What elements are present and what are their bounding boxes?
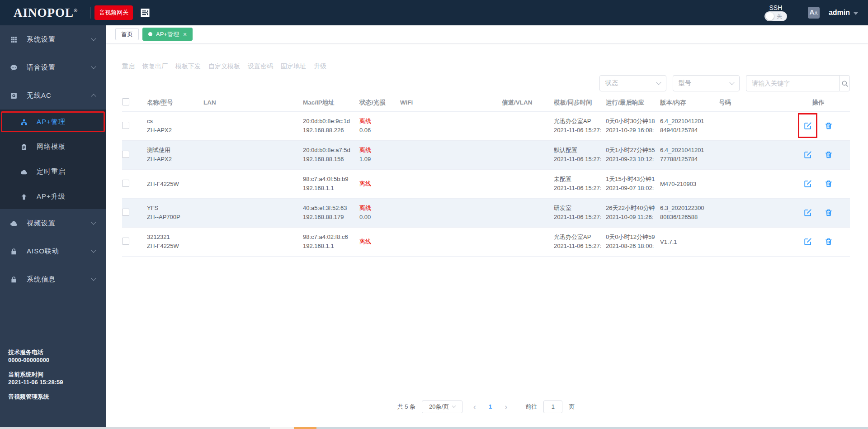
- edit-button[interactable]: [804, 180, 812, 188]
- chevron-down-icon: [91, 276, 96, 281]
- delete-button[interactable]: [825, 209, 833, 217]
- chevron-down-icon: [91, 36, 96, 41]
- service-phone-label: 技术服务电话: [8, 348, 63, 356]
- sidebar-item-voice-settings[interactable]: 语音设置: [0, 53, 106, 81]
- column-header: 状态/光损: [359, 94, 400, 111]
- user-menu[interactable]: admin: [829, 9, 858, 17]
- set-password-button[interactable]: 设置密码: [248, 62, 273, 71]
- active-dot-icon: [148, 32, 152, 36]
- trash-icon: [825, 122, 833, 130]
- tab-home[interactable]: 首页: [115, 28, 139, 40]
- delete-button[interactable]: [825, 122, 833, 130]
- trash-icon: [825, 209, 833, 217]
- delete-button[interactable]: [825, 151, 833, 159]
- scrollbar-segment: [270, 427, 294, 429]
- reboot-button[interactable]: 重启: [122, 62, 135, 71]
- pagination: 共 5 条 20条/页 ‹ 1 › 前往 页: [122, 400, 850, 413]
- chevron-down-icon: [656, 80, 661, 85]
- custom-template-button[interactable]: 自定义模板: [208, 62, 240, 71]
- chevron-down-icon: [729, 80, 734, 85]
- trash-icon: [825, 180, 833, 188]
- column-header: WiFi: [400, 94, 502, 111]
- sidebar-item-label: AP+管理: [37, 118, 66, 126]
- model-filter-select[interactable]: 型号: [673, 75, 740, 91]
- goto-label: 前往: [525, 403, 537, 411]
- header-right: SSH 关 A文 admin: [764, 4, 868, 21]
- sidebar-item-label: 语音设置: [27, 63, 56, 72]
- column-header: 版本/内存: [660, 94, 719, 111]
- edit-button[interactable]: [804, 122, 812, 130]
- chevron-down-icon: [452, 404, 456, 407]
- logo: AINOPOL®: [0, 6, 90, 20]
- chevron-up-icon: [91, 94, 96, 99]
- cloud-icon: [10, 219, 18, 227]
- edit-icon: [804, 180, 812, 188]
- delete-button[interactable]: [825, 238, 833, 246]
- sidebar-item-label: 无线AC: [27, 91, 52, 100]
- close-tab-icon[interactable]: ×: [183, 31, 187, 38]
- delete-button[interactable]: [825, 180, 833, 188]
- sidebar-item-ap-management[interactable]: AP+管理: [0, 110, 106, 134]
- next-page-button[interactable]: ›: [500, 403, 512, 411]
- table-header-row: 名称/型号LANMac/IP地址状态/光损WiFi信道/VLAN模板/同步时间运…: [122, 94, 850, 111]
- current-page[interactable]: 1: [487, 403, 494, 410]
- arrow-up-icon: [20, 193, 28, 200]
- sidebar-item-label: 定时重启: [37, 167, 66, 176]
- ssh-toggle[interactable]: 关: [764, 11, 787, 21]
- edit-button[interactable]: [804, 209, 812, 217]
- sidebar-item-label: AP+升级: [37, 192, 66, 201]
- row-checkbox[interactable]: [122, 209, 129, 216]
- cloud-icon: [20, 168, 28, 176]
- scrollbar-thumb[interactable]: [294, 427, 316, 429]
- ssh-block: SSH 关: [764, 4, 787, 21]
- sidebar: 系统设置语音设置无线ACAP+管理网络模板定时重启AP+升级视频设置AISO联动…: [0, 25, 106, 429]
- column-header: Mac/IP地址: [303, 94, 359, 111]
- page-size-select[interactable]: 20条/页: [422, 400, 462, 413]
- row-checkbox[interactable]: [122, 238, 129, 245]
- language-switch-icon[interactable]: A文: [808, 7, 820, 19]
- share-icon: [20, 119, 28, 126]
- select-all-checkbox[interactable]: [122, 98, 129, 105]
- search-group: [746, 75, 850, 91]
- page-suffix: 页: [569, 403, 575, 411]
- tab-ap-management[interactable]: AP+管理 ×: [142, 28, 193, 41]
- column-header: 模板/同步时间: [554, 94, 606, 111]
- sidebar-item-system-settings[interactable]: 系统设置: [0, 25, 106, 53]
- disc-icon: [10, 92, 18, 100]
- goto-page-input[interactable]: [543, 400, 562, 413]
- row-checkbox[interactable]: [122, 151, 129, 158]
- edit-button[interactable]: [804, 238, 812, 246]
- grid-icon: [10, 36, 18, 43]
- trash-icon: [825, 151, 833, 159]
- sidebar-item-ap-upgrade[interactable]: AP+升级: [0, 184, 106, 209]
- sidebar-item-video-settings[interactable]: 视频设置: [0, 209, 106, 237]
- status-filter-select[interactable]: 状态: [599, 75, 666, 91]
- upgrade-button[interactable]: 升级: [314, 62, 326, 71]
- ssh-label: SSH: [769, 4, 782, 11]
- sidebar-item-network-template[interactable]: 网络模板: [0, 134, 106, 159]
- template-push-button[interactable]: 模板下发: [175, 62, 201, 71]
- sidebar-item-label: 系统信息: [27, 275, 56, 284]
- keyword-search-input[interactable]: [746, 75, 839, 91]
- sidebar-item-aiso-linkage[interactable]: AISO联动: [0, 237, 106, 265]
- header-divider: [90, 7, 90, 19]
- prev-page-button[interactable]: ‹: [469, 403, 481, 411]
- main-area: 首页 AP+管理 × 重启恢复出厂模板下发自定义模板设置密码固定地址升级 状态 …: [106, 25, 868, 429]
- sidebar-item-scheduled-reboot[interactable]: 定时重启: [0, 159, 106, 184]
- fixed-address-button[interactable]: 固定地址: [281, 62, 306, 71]
- sidebar-item-wireless-ac[interactable]: 无线AC: [0, 81, 106, 110]
- column-header: LAN: [203, 94, 303, 111]
- sidebar-item-label: 视频设置: [27, 219, 56, 228]
- ap-table: 名称/型号LANMac/IP地址状态/光损WiFi信道/VLAN模板/同步时间运…: [122, 94, 850, 257]
- sidebar-item-system-info[interactable]: 系统信息: [0, 265, 106, 293]
- table-row: YFSZH--AP700P40:a5:ef:3f:52:63192.168.88…: [122, 198, 850, 227]
- row-checkbox[interactable]: [122, 180, 129, 187]
- edit-button[interactable]: [804, 151, 812, 159]
- system-name: 音视频管理系统: [8, 393, 63, 400]
- horizontal-scrollbar[interactable]: [0, 427, 868, 429]
- row-checkbox[interactable]: [122, 122, 129, 129]
- factory-reset-button[interactable]: 恢复出厂: [142, 62, 168, 71]
- search-button[interactable]: [839, 75, 850, 91]
- message-panel-icon[interactable]: [140, 7, 151, 18]
- av-gateway-button[interactable]: 音视频网关: [94, 5, 133, 20]
